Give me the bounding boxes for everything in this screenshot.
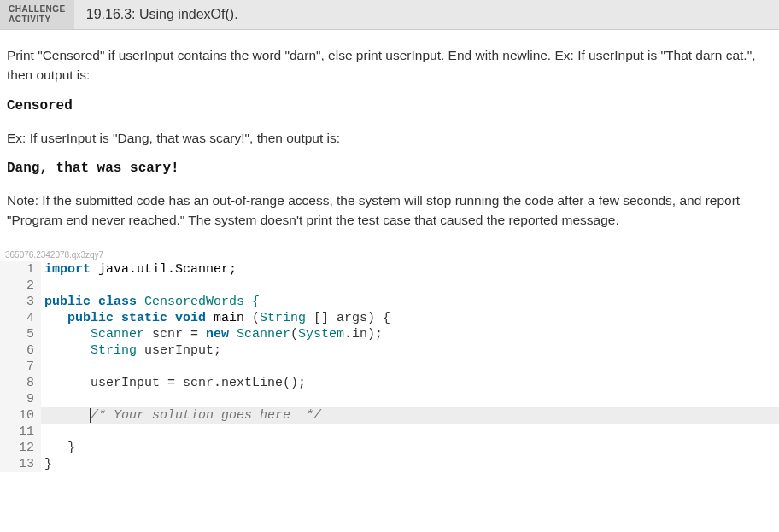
code-line[interactable]: public class CensoredWords {: [41, 294, 779, 310]
code-token: java.util.Scanner;: [98, 262, 237, 277]
code-token: /* Your solution goes here */: [91, 408, 321, 423]
line-number: 7: [0, 359, 34, 375]
code-token: String: [91, 343, 137, 358]
code-token: [44, 311, 67, 325]
code-token: [44, 408, 91, 423]
line-number: 10: [0, 407, 34, 424]
code-token: scnr =: [144, 327, 206, 342]
line-number: 13: [0, 456, 34, 472]
code-token: }: [44, 457, 52, 471]
code-editor[interactable]: 12345678910111213 import java.util.Scann…: [0, 261, 779, 472]
code-token: .in);: [344, 327, 383, 342]
code-line[interactable]: [41, 278, 779, 294]
line-number: 1: [0, 261, 34, 278]
prompt-paragraph-3: Note: If the submitted code has an out-o…: [7, 190, 772, 231]
challenge-tag-line1: CHALLENGE: [9, 4, 66, 15]
code-line[interactable]: public static void main (String [] args)…: [41, 310, 779, 326]
code-line[interactable]: String userInput;: [41, 342, 779, 359]
prompt-section: Print "Censored" if userInput contains t…: [0, 30, 779, 248]
code-line[interactable]: userInput = scnr.nextLine();: [41, 375, 779, 391]
code-token: Scanner: [91, 327, 144, 342]
line-number: 5: [0, 326, 34, 342]
code-line[interactable]: }: [41, 440, 779, 456]
example-output-1: Censored: [7, 96, 772, 116]
code-token: System: [298, 327, 344, 342]
code-line[interactable]: /* Your solution goes here */: [41, 407, 779, 424]
line-number: 9: [0, 391, 34, 407]
challenge-title: 19.16.3: Using indexOf().: [74, 0, 250, 29]
watermark: 365076.2342078.qx3zqy7: [0, 248, 779, 261]
line-number: 2: [0, 278, 34, 294]
line-number: 4: [0, 310, 34, 326]
code-token: (: [252, 311, 260, 325]
line-number: 12: [0, 440, 34, 456]
challenge-header: CHALLENGE ACTIVITY 19.16.3: Using indexO…: [0, 0, 779, 30]
code-line[interactable]: [41, 391, 779, 407]
challenge-tag: CHALLENGE ACTIVITY: [0, 0, 74, 29]
code-token: new: [206, 327, 237, 342]
code-token: main: [214, 311, 252, 325]
line-number-gutter: 12345678910111213: [0, 261, 41, 472]
code-token: userInput;: [137, 343, 221, 358]
challenge-tag-line2: ACTIVITY: [9, 15, 66, 25]
code-area[interactable]: import java.util.Scanner;public class Ce…: [41, 261, 779, 472]
code-line[interactable]: [41, 424, 779, 440]
code-line[interactable]: [41, 359, 779, 375]
line-number: 8: [0, 375, 34, 391]
code-token: String: [260, 311, 306, 325]
code-token: [44, 327, 91, 342]
code-line[interactable]: Scanner scnr = new Scanner(System.in);: [41, 326, 779, 342]
code-line[interactable]: }: [41, 456, 779, 472]
code-token: Scanner: [237, 327, 290, 342]
line-number: 6: [0, 342, 34, 359]
example-output-2: Dang, that was scary!: [7, 158, 772, 178]
code-token: [44, 343, 91, 358]
code-token: public class: [44, 295, 144, 309]
prompt-paragraph-2: Ex: If userInput is "Dang, that was scar…: [7, 128, 772, 148]
code-token: userInput = scnr.nextLine();: [44, 376, 306, 390]
line-number: 11: [0, 424, 34, 440]
code-token: [] args) {: [306, 311, 390, 325]
code-token: import: [44, 262, 98, 277]
prompt-paragraph-1: Print "Censored" if userInput contains t…: [7, 45, 772, 85]
code-token: (: [290, 327, 298, 342]
code-token: }: [44, 441, 91, 455]
code-token: public static void: [67, 311, 214, 325]
code-line[interactable]: import java.util.Scanner;: [41, 261, 779, 278]
line-number: 3: [0, 294, 34, 310]
code-token: CensoredWords {: [144, 295, 260, 309]
